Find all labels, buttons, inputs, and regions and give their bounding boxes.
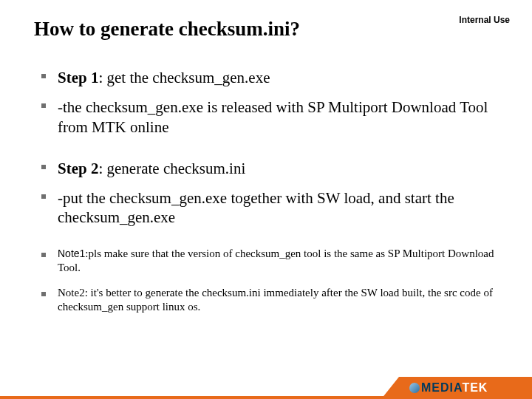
step-2-label: Step 2	[58, 160, 98, 177]
step-2-text: : generate checksum.ini	[98, 160, 245, 177]
step-1-label: Step 1	[58, 69, 98, 86]
logo-part2: TEK	[462, 381, 488, 394]
slide-content: Step 1: get the checksum_gen.exe -the ch…	[37, 68, 502, 325]
classification-label: Internal Use	[459, 15, 510, 25]
mediatek-logo: MEDIATEK	[409, 381, 488, 395]
step-2-detail: -put the checksum_gen.exe together with …	[37, 188, 502, 228]
step-1-heading: Step 1: get the checksum_gen.exe	[37, 68, 502, 87]
slide-title: How to generate checksum.ini?	[34, 18, 300, 41]
note-1: Note1:pls make sure that the version of …	[37, 247, 502, 276]
footer-accent-cut	[381, 377, 399, 399]
note-2: Note2: it's better to generate the check…	[37, 286, 502, 315]
step-1-text: : get the checksum_gen.exe	[98, 69, 270, 86]
footer-logo-block: MEDIATEK	[399, 377, 532, 399]
logo-part1: MEDIA	[421, 381, 462, 394]
note-1-text: :pls make sure that the version of check…	[58, 248, 494, 274]
bullet-list: Step 1: get the checksum_gen.exe -the ch…	[37, 68, 502, 315]
step-2-heading: Step 2: generate checksum.ini	[37, 159, 502, 178]
note-2-text: it's better to generate the checksum.ini…	[58, 287, 493, 313]
footer: MEDIATEK	[0, 377, 532, 399]
note-1-label: Note1	[58, 248, 85, 259]
step-1-detail-text: -the checksum_gen.exe is released with S…	[58, 98, 488, 135]
logo-globe-icon	[409, 383, 420, 393]
note-2-label: Note2:	[58, 287, 91, 299]
step-2-detail-text: -put the checksum_gen.exe together with …	[58, 189, 454, 226]
step-1-detail: -the checksum_gen.exe is released with S…	[37, 98, 502, 137]
